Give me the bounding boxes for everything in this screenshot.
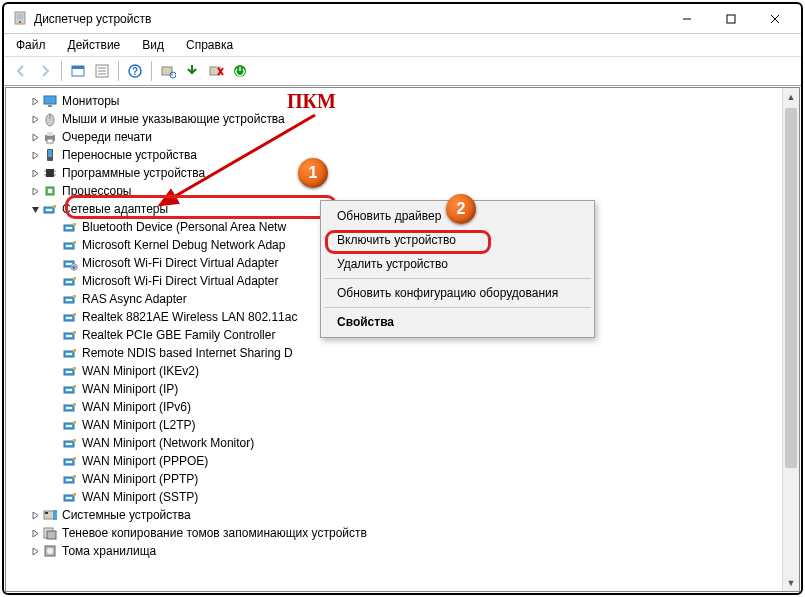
- expander-icon[interactable]: [28, 166, 42, 180]
- tree-label: Мыши и иные указывающие устройства: [62, 110, 285, 128]
- close-button[interactable]: [753, 5, 797, 33]
- portable-icon: [42, 147, 58, 163]
- action-button[interactable]: [181, 60, 203, 82]
- svg-rect-86: [66, 497, 72, 499]
- svg-rect-29: [48, 150, 52, 157]
- svg-rect-4: [727, 15, 735, 23]
- svg-rect-51: [73, 277, 76, 280]
- network-adapter-item[interactable]: WAN Miniport (IPv6): [8, 398, 799, 416]
- net-icon: [62, 363, 78, 379]
- category-mice[interactable]: Мыши и иные указывающие устройства: [8, 110, 799, 128]
- expander-icon[interactable]: [28, 508, 42, 522]
- scroll-thumb[interactable]: [785, 108, 797, 468]
- category-system-devices[interactable]: Системные устройства: [8, 506, 799, 524]
- svg-rect-89: [45, 512, 48, 514]
- enable-button[interactable]: [229, 60, 251, 82]
- ctx-uninstall-device[interactable]: Удалить устройство: [323, 252, 592, 276]
- svg-rect-63: [73, 349, 76, 352]
- net-icon: [62, 399, 78, 415]
- network-adapter-item[interactable]: WAN Miniport (Network Monitor): [8, 434, 799, 452]
- tree-label: Мониторы: [62, 92, 119, 110]
- monitor-icon: [42, 93, 58, 109]
- ctx-enable-device[interactable]: Включить устройство: [323, 228, 592, 252]
- properties-button[interactable]: [91, 60, 113, 82]
- network-adapter-item[interactable]: WAN Miniport (SSTP): [8, 488, 799, 506]
- window-title: Диспетчер устройств: [34, 12, 665, 26]
- svg-rect-80: [66, 461, 72, 463]
- scroll-down-button[interactable]: ▼: [783, 574, 799, 591]
- toolbar-separator: [118, 61, 119, 81]
- ctx-properties[interactable]: Свойства: [323, 310, 592, 334]
- expander-icon[interactable]: [28, 112, 42, 126]
- tree-label: Теневое копирование томов запоминающих у…: [62, 524, 367, 542]
- expander-icon[interactable]: [28, 94, 42, 108]
- category-vss[interactable]: Теневое копирование томов запоминающих у…: [8, 524, 799, 542]
- menu-file[interactable]: Файл: [10, 36, 52, 54]
- chip-icon: [42, 165, 58, 181]
- svg-rect-42: [73, 223, 76, 226]
- tree-label: WAN Miniport (PPPOE): [82, 452, 208, 470]
- network-adapter-item[interactable]: WAN Miniport (L2TP): [8, 416, 799, 434]
- netdis-icon: [62, 255, 78, 271]
- menu-view[interactable]: Вид: [136, 36, 170, 54]
- network-adapter-item[interactable]: WAN Miniport (IP): [8, 380, 799, 398]
- show-hidden-button[interactable]: [67, 60, 89, 82]
- menubar: Файл Действие Вид Справка: [4, 34, 801, 57]
- forward-button[interactable]: [34, 60, 56, 82]
- category-processors[interactable]: Процессоры: [8, 182, 799, 200]
- expander-icon[interactable]: [28, 184, 42, 198]
- expander-icon[interactable]: [28, 130, 42, 144]
- svg-text:?: ?: [132, 66, 138, 77]
- network-adapter-item[interactable]: WAN Miniport (PPPOE): [8, 452, 799, 470]
- tree-panel: Мониторы Мыши и иные указывающие устройс…: [5, 87, 800, 592]
- mouse-icon: [42, 111, 58, 127]
- svg-rect-53: [66, 299, 72, 301]
- expander-icon[interactable]: [28, 544, 42, 558]
- back-button[interactable]: [10, 60, 32, 82]
- vss-icon: [42, 525, 58, 541]
- expander-icon[interactable]: [28, 202, 42, 216]
- app-icon: [12, 11, 28, 27]
- tree-label: Microsoft Wi-Fi Direct Virtual Adapter: [82, 272, 279, 290]
- net-icon: [62, 453, 78, 469]
- net-icon: [62, 417, 78, 433]
- scroll-up-button[interactable]: ▲: [783, 88, 799, 105]
- category-storage-volumes[interactable]: Тома хранилища: [8, 542, 799, 560]
- svg-rect-56: [66, 317, 72, 319]
- tree-label: Realtek PCIe GBE Family Controller: [82, 326, 275, 344]
- tree-label: Тома хранилища: [62, 542, 156, 560]
- scrollbar[interactable]: ▲ ▼: [782, 88, 799, 591]
- minimize-button[interactable]: [665, 5, 709, 33]
- tree-label: Процессоры: [62, 182, 132, 200]
- network-adapter-item[interactable]: WAN Miniport (IKEv2): [8, 362, 799, 380]
- net-icon: [62, 237, 78, 253]
- tree-label: Переносные устройства: [62, 146, 197, 164]
- maximize-button[interactable]: [709, 5, 753, 33]
- tree-label: WAN Miniport (SSTP): [82, 488, 198, 506]
- svg-rect-92: [47, 531, 56, 539]
- category-portable[interactable]: Переносные устройства: [8, 146, 799, 164]
- svg-rect-60: [73, 331, 76, 334]
- titlebar: Диспетчер устройств: [4, 4, 801, 34]
- tree-label: WAN Miniport (IKEv2): [82, 362, 199, 380]
- category-monitors[interactable]: Мониторы: [8, 92, 799, 110]
- network-adapter-item[interactable]: WAN Miniport (PPTP): [8, 470, 799, 488]
- expander-icon[interactable]: [28, 148, 42, 162]
- expander-icon[interactable]: [28, 526, 42, 540]
- svg-rect-8: [72, 66, 84, 69]
- tree-label: Системные устройства: [62, 506, 191, 524]
- uninstall-button[interactable]: [205, 60, 227, 82]
- svg-rect-87: [73, 493, 76, 496]
- help-button[interactable]: ?: [124, 60, 146, 82]
- ctx-scan-hardware[interactable]: Обновить конфигурацию оборудования: [323, 281, 592, 305]
- category-print-queues[interactable]: Очереди печати: [8, 128, 799, 146]
- menu-help[interactable]: Справка: [180, 36, 239, 54]
- category-firmware[interactable]: Программные устройства: [8, 164, 799, 182]
- menu-action[interactable]: Действие: [62, 36, 127, 54]
- svg-rect-45: [73, 241, 76, 244]
- scan-button[interactable]: [157, 60, 179, 82]
- network-adapter-item[interactable]: Remote NDIS based Internet Sharing D: [8, 344, 799, 362]
- net-icon: [62, 327, 78, 343]
- svg-rect-27: [47, 139, 53, 143]
- net-icon: [42, 201, 58, 217]
